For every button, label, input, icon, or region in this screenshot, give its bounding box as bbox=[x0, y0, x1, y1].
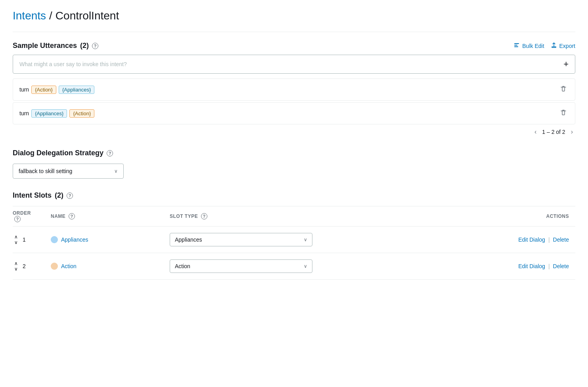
sample-utterances-count: (2) bbox=[80, 42, 89, 50]
name-column-header: NAME ? bbox=[44, 206, 163, 227]
utterance-input-placeholder: What might a user say to invoke this int… bbox=[19, 61, 127, 67]
slot-type-dropdown-2[interactable]: Action ∨ bbox=[170, 259, 312, 273]
slot-type-value-2: Action bbox=[175, 263, 190, 269]
edit-dialog-action-button[interactable]: Edit Dialog bbox=[518, 263, 545, 269]
intent-slots-count: (2) bbox=[55, 191, 63, 200]
bulk-edit-icon bbox=[513, 42, 520, 50]
move-down-action-button[interactable]: ∨ bbox=[13, 267, 19, 271]
bulk-edit-label: Bulk Edit bbox=[522, 43, 544, 49]
delete-action-button[interactable]: Delete bbox=[553, 263, 569, 269]
slot-type-cell-2: Action ∨ bbox=[163, 253, 322, 280]
dialog-delegation-label: Dialog Delegation Strategy bbox=[13, 149, 103, 157]
utterance-list: turn {Action} {Appliances} turn {Applian… bbox=[13, 78, 575, 124]
chevron-down-icon: ∨ bbox=[304, 237, 307, 242]
dialog-delegation-selected: fallback to skill setting bbox=[19, 168, 72, 174]
slot-actions-1: Edit Dialog | Delete bbox=[328, 236, 569, 243]
slot-order-cell-1: ∧ ∨ 1 bbox=[13, 227, 44, 253]
breadcrumb-current: ControlIntent bbox=[56, 10, 119, 22]
order-wrapper-1: ∧ ∨ 1 bbox=[13, 234, 38, 245]
slottype-help-icon[interactable]: ? bbox=[201, 213, 207, 219]
dialog-delegation-section: Dialog Delegation Strategy ? fallback to… bbox=[13, 149, 575, 179]
slot-name-content-2: Action bbox=[51, 263, 157, 270]
bulk-edit-link[interactable]: Bulk Edit bbox=[513, 42, 544, 50]
chevron-down-icon: ∨ bbox=[114, 168, 118, 174]
slottype-column-header: SLOT TYPE ? bbox=[163, 206, 322, 227]
slots-table: ORDER ? NAME ? SLOT TYPE ? ACTIONS bbox=[13, 206, 575, 280]
sample-utterances-header: Sample Utterances (2) ? Bulk Edit Export bbox=[13, 42, 575, 50]
utterance-row: turn {Action} {Appliances} bbox=[13, 78, 575, 101]
utterance-text-2: turn bbox=[19, 110, 29, 116]
slot-name-cell-2: Action bbox=[44, 253, 163, 280]
slot-row-action: ∧ ∨ 2 Action Action ∨ bbox=[13, 253, 575, 280]
slot-appliances-link[interactable]: Appliances bbox=[61, 236, 88, 243]
move-down-appliances-button[interactable]: ∨ bbox=[13, 240, 19, 245]
slot-name-content-1: Appliances bbox=[51, 236, 157, 243]
export-link[interactable]: Export bbox=[551, 42, 575, 50]
breadcrumb-separator: / bbox=[49, 10, 52, 22]
slots-table-header: ORDER ? NAME ? SLOT TYPE ? ACTIONS bbox=[13, 206, 575, 227]
export-icon bbox=[551, 42, 557, 50]
slot-actions-divider-1: | bbox=[548, 236, 550, 243]
utterance-input-container[interactable]: What might a user say to invoke this int… bbox=[13, 55, 575, 74]
pagination: ‹ 1 – 2 of 2 › bbox=[13, 128, 575, 136]
order-help-icon[interactable]: ? bbox=[14, 216, 21, 222]
slot-type-cell-1: Appliances ∨ bbox=[163, 227, 322, 253]
slot-order-number-1: 1 bbox=[23, 236, 26, 243]
dialog-delegation-title: Dialog Delegation Strategy ? bbox=[13, 149, 575, 157]
slot-type-value-1: Appliances bbox=[175, 236, 202, 243]
slot-actions-divider-2: | bbox=[548, 263, 550, 269]
dialog-delegation-dropdown[interactable]: fallback to skill setting ∨ bbox=[13, 164, 124, 179]
sample-utterances-actions: Bulk Edit Export bbox=[513, 42, 575, 50]
intent-slots-help-icon[interactable]: ? bbox=[67, 193, 73, 199]
name-help-icon[interactable]: ? bbox=[69, 213, 75, 219]
slot-actions-cell-1: Edit Dialog | Delete bbox=[322, 227, 575, 253]
utterance-text-1: turn bbox=[19, 86, 29, 93]
slot-actions-2: Edit Dialog | Delete bbox=[328, 263, 569, 269]
slot-action-link[interactable]: Action bbox=[61, 263, 77, 269]
slot-dot-action bbox=[51, 263, 58, 270]
breadcrumb: Intents / ControlIntent bbox=[13, 10, 575, 22]
delete-utterance-2-button[interactable] bbox=[558, 107, 569, 119]
slot-tag-appliances-2[interactable]: {Appliances} bbox=[31, 109, 67, 118]
slot-row-appliances: ∧ ∨ 1 Appliances Appliances ∨ bbox=[13, 227, 575, 253]
intent-slots-section: Intent Slots (2) ? ORDER ? NAME ? SLOT T… bbox=[13, 191, 575, 280]
slot-name-cell-1: Appliances bbox=[44, 227, 163, 253]
slot-tag-appliances[interactable]: {Appliances} bbox=[59, 86, 94, 94]
move-up-appliances-button[interactable]: ∧ bbox=[13, 234, 19, 239]
export-label: Export bbox=[559, 43, 575, 49]
sample-utterances-label: Sample Utterances bbox=[13, 42, 77, 50]
intent-slots-label: Intent Slots bbox=[13, 191, 52, 200]
order-controls-2: ∧ ∨ bbox=[13, 261, 19, 271]
intent-slots-title: Intent Slots (2) ? bbox=[13, 191, 575, 200]
header-divider bbox=[13, 32, 575, 32]
chevron-down-icon: ∨ bbox=[304, 263, 307, 269]
delete-utterance-1-button[interactable] bbox=[558, 84, 569, 95]
svg-rect-0 bbox=[514, 43, 519, 44]
sample-utterances-help-icon[interactable]: ? bbox=[92, 43, 98, 49]
utterance-row: turn {Appliances} {Action} bbox=[13, 102, 575, 124]
slot-actions-cell-2: Edit Dialog | Delete bbox=[322, 253, 575, 280]
svg-rect-2 bbox=[514, 46, 518, 47]
pagination-label: 1 – 2 of 2 bbox=[542, 129, 565, 135]
add-utterance-button[interactable]: + bbox=[563, 60, 569, 69]
slot-order-cell-2: ∧ ∨ 2 bbox=[13, 253, 44, 280]
order-controls-1: ∧ ∨ bbox=[13, 234, 19, 245]
delete-appliances-button[interactable]: Delete bbox=[553, 236, 569, 243]
actions-column-header: ACTIONS bbox=[322, 206, 575, 227]
order-wrapper-2: ∧ ∨ 2 bbox=[13, 261, 38, 271]
utterance-content: turn {Action} {Appliances} bbox=[19, 86, 94, 94]
next-page-button[interactable]: › bbox=[569, 128, 575, 136]
utterance-content: turn {Appliances} {Action} bbox=[19, 109, 94, 118]
slot-tag-action[interactable]: {Action} bbox=[31, 86, 56, 94]
slot-dot-appliances bbox=[51, 236, 58, 243]
slot-type-dropdown-1[interactable]: Appliances ∨ bbox=[170, 233, 312, 246]
breadcrumb-intents-link[interactable]: Intents bbox=[13, 10, 46, 22]
dialog-delegation-help-icon[interactable]: ? bbox=[107, 150, 113, 156]
slot-tag-action-2[interactable]: {Action} bbox=[69, 109, 94, 118]
edit-dialog-appliances-button[interactable]: Edit Dialog bbox=[518, 236, 545, 243]
svg-rect-1 bbox=[514, 45, 517, 46]
move-up-action-button[interactable]: ∧ bbox=[13, 261, 19, 266]
order-column-header: ORDER ? bbox=[13, 206, 44, 227]
prev-page-button[interactable]: ‹ bbox=[532, 128, 539, 136]
slot-order-number-2: 2 bbox=[23, 263, 26, 269]
